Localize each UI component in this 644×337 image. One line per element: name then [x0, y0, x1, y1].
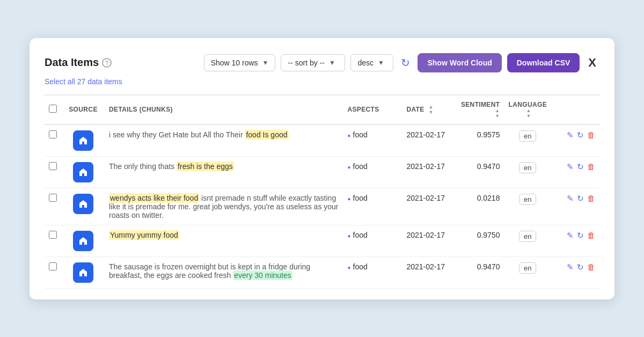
sort-by-dropdown[interactable]: -- sort by -- ▼: [281, 54, 345, 71]
refresh-button[interactable]: ↻: [399, 54, 412, 71]
header-row: Data Items ? Show 10 rows ▼ -- sort by -…: [45, 53, 599, 72]
source-cell: [62, 188, 105, 225]
aspect-dot-icon: ●: [347, 196, 350, 202]
table-row: The sausage is frozen overnight but is k…: [45, 257, 599, 288]
header-source: SOURCE: [62, 95, 105, 124]
aspect-label: food: [353, 231, 368, 239]
sort-by-label: -- sort by --: [288, 58, 324, 67]
row-checkbox[interactable]: [49, 262, 57, 270]
refresh-row-icon[interactable]: ↻: [577, 130, 584, 140]
details-cell: The only thing thats fresh is the eggs: [105, 156, 343, 188]
aspect-label: food: [353, 130, 368, 139]
table-row: i see why they Get Hate but All tho Thei…: [45, 124, 599, 157]
row-checkbox-cell: [45, 225, 62, 257]
edit-icon[interactable]: ✎: [567, 262, 574, 272]
controls-area: Show 10 rows ▼ -- sort by -- ▼ desc ▼ ↻ …: [204, 53, 599, 72]
action-icons: ✎ ↻ 🗑: [555, 130, 595, 140]
actions-cell: ✎ ↻ 🗑: [551, 124, 599, 157]
language-cell: en: [504, 188, 551, 225]
action-icons: ✎ ↻ 🗑: [555, 231, 595, 240]
highlight-text: fresh is the eggs: [177, 162, 234, 171]
header-language[interactable]: LANGUAGE ▲▼: [504, 95, 551, 124]
page-title: Data Items: [45, 56, 99, 69]
row-checkbox-cell: [45, 188, 62, 225]
actions-cell: ✎ ↻ 🗑: [551, 188, 599, 225]
aspect-dot-icon: ●: [347, 133, 350, 138]
header-details: DETAILS (CHUNKS): [105, 95, 343, 124]
aspect-cell: ●food: [343, 257, 402, 288]
highlight-text-green: every 30 minutes: [233, 270, 292, 280]
sentiment-cell: 0.9470: [456, 257, 504, 288]
row-checkbox-cell: [45, 257, 62, 288]
row-checkbox[interactable]: [49, 194, 57, 202]
show-rows-label: Show 10 rows: [211, 58, 258, 67]
date-sort-icon: ▲▼: [428, 105, 433, 115]
main-card: Data Items ? Show 10 rows ▼ -- sort by -…: [30, 38, 614, 299]
source-icon: [73, 194, 93, 214]
refresh-row-icon[interactable]: ↻: [577, 231, 584, 240]
table-row: The only thing thats fresh is the eggs ●…: [45, 156, 599, 188]
row-checkbox[interactable]: [49, 130, 57, 138]
source-icon: [73, 262, 93, 283]
refresh-row-icon[interactable]: ↻: [577, 194, 584, 203]
edit-icon[interactable]: ✎: [567, 162, 574, 172]
date-cell: 2021-02-17: [402, 188, 456, 225]
sentiment-cell: 0.9750: [456, 225, 504, 257]
refresh-row-icon[interactable]: ↻: [577, 262, 584, 272]
aspect-cell: ●food: [343, 188, 402, 225]
source-cell: [62, 257, 105, 288]
language-badge: en: [519, 262, 536, 274]
header-date[interactable]: DATE ▲▼: [402, 95, 456, 124]
sentiment-sort-icon: ▲▼: [495, 108, 500, 119]
details-text-before: i see why they Get Hate but All tho Thei…: [109, 130, 245, 139]
language-badge: en: [519, 162, 536, 173]
delete-icon[interactable]: 🗑: [587, 194, 595, 203]
row-checkbox-cell: [45, 156, 62, 188]
chevron-down-icon: ▼: [329, 59, 335, 67]
date-cell: 2021-02-17: [402, 225, 456, 257]
select-all-link[interactable]: Select all 27 data items: [45, 77, 122, 86]
highlight-text: food Is good: [245, 130, 288, 140]
delete-icon[interactable]: 🗑: [587, 262, 595, 272]
chevron-down-icon: ▼: [378, 59, 384, 67]
delete-icon[interactable]: 🗑: [587, 231, 595, 240]
show-rows-dropdown[interactable]: Show 10 rows ▼: [204, 54, 276, 71]
edit-icon[interactable]: ✎: [567, 130, 574, 140]
row-checkbox[interactable]: [49, 162, 57, 170]
date-cell: 2021-02-17: [402, 124, 456, 157]
refresh-row-icon[interactable]: ↻: [577, 162, 584, 172]
language-cell: en: [504, 124, 551, 157]
help-icon[interactable]: ?: [102, 58, 112, 68]
date-cell: 2021-02-17: [402, 156, 456, 188]
header-aspects: ASPECTS: [343, 95, 402, 124]
details-cell: The sausage is frozen overnight but is k…: [105, 257, 343, 288]
chevron-down-icon: ▼: [262, 59, 269, 67]
row-checkbox[interactable]: [49, 231, 57, 239]
delete-icon[interactable]: 🗑: [587, 162, 595, 171]
close-button[interactable]: X: [585, 55, 599, 71]
select-all-checkbox[interactable]: [49, 105, 57, 113]
download-csv-button[interactable]: Download CSV: [507, 53, 580, 72]
edit-icon[interactable]: ✎: [567, 194, 574, 203]
data-table: SOURCE DETAILS (CHUNKS) ASPECTS DATE ▲▼ …: [45, 94, 599, 289]
language-cell: en: [504, 257, 551, 288]
action-icons: ✎ ↻ 🗑: [555, 194, 595, 203]
show-word-cloud-button[interactable]: Show Word Cloud: [418, 53, 501, 72]
language-badge: en: [519, 130, 536, 142]
source-icon: [73, 162, 93, 182]
aspect-dot-icon: ●: [347, 233, 350, 239]
order-dropdown[interactable]: desc ▼: [350, 54, 393, 71]
language-badge: en: [519, 231, 536, 242]
sentiment-cell: 0.0218: [456, 188, 504, 225]
header-sentiment[interactable]: SENTIMENT ▲▼: [456, 95, 504, 124]
delete-icon[interactable]: 🗑: [587, 130, 595, 140]
actions-cell: ✎ ↻ 🗑: [551, 156, 599, 188]
edit-icon[interactable]: ✎: [567, 231, 574, 240]
header-checkbox-col: [45, 95, 62, 124]
aspect-cell: ●food: [343, 124, 402, 157]
aspect-cell: ●food: [343, 225, 402, 257]
aspect-label: food: [353, 162, 368, 171]
details-cell: wendys acts like their food isnt premade…: [105, 188, 343, 225]
source-icon: [73, 231, 93, 251]
highlight-text: wendys acts like their food: [109, 193, 199, 203]
